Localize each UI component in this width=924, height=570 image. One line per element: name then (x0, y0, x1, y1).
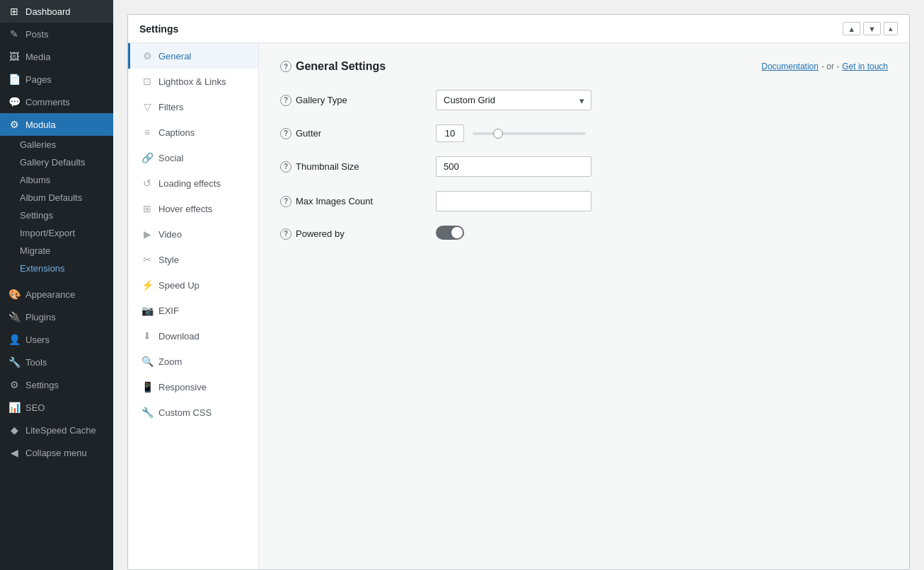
sidebar-item-media[interactable]: 🖼 Media (0, 45, 113, 68)
max-images-count-help[interactable]: ? (280, 196, 291, 207)
thumbnail-size-row: ? Thumbnail Size (280, 156, 888, 177)
tools-icon: 🔧 (8, 356, 20, 368)
settings-content: ? General Settings Documentation - or - … (259, 43, 909, 569)
gutter-slider[interactable] (473, 132, 586, 135)
nav-item-lightbox-links[interactable]: ⊡ Lightbox & Links (128, 69, 258, 94)
main-content: Settings ▲ ▼ ▴ ⚙ General ⊡ Lightbox & (113, 0, 924, 570)
submenu-settings[interactable]: Settings (0, 207, 113, 224)
nav-item-label: EXIF (158, 306, 179, 316)
nav-item-label: Video (158, 229, 182, 240)
download-icon: ⬇ (142, 330, 153, 342)
sidebar-item-plugins[interactable]: 🔌 Plugins (0, 306, 113, 328)
nav-item-custom-css[interactable]: 🔧 Custom CSS (128, 400, 258, 425)
settings-panel-title: Settings (139, 23, 178, 35)
nav-item-label: Lightbox & Links (158, 76, 226, 87)
sidebar-item-label: SEO (25, 402, 45, 413)
users-icon: 👤 (8, 334, 20, 345)
submenu-albums[interactable]: Albums (0, 171, 113, 189)
modula-submenu: Galleries Gallery Defaults Albums Album … (0, 136, 113, 277)
nav-item-label: Custom CSS (158, 407, 212, 418)
header-controls: ▲ ▼ ▴ (843, 22, 898, 35)
thumbnail-size-control (436, 156, 888, 177)
general-icon: ⚙ (142, 50, 153, 62)
captions-icon: ≡ (142, 127, 153, 138)
settings-header: Settings ▲ ▼ ▴ (128, 15, 909, 43)
gutter-row: ? Gutter 10 (280, 124, 888, 142)
seo-icon: 📊 (8, 402, 20, 413)
section-title: ? General Settings (280, 60, 386, 73)
gutter-value: 10 (436, 124, 464, 142)
submenu-migrate[interactable]: Migrate (0, 242, 113, 260)
plugins-icon: 🔌 (8, 311, 20, 322)
gallery-type-select[interactable]: Custom Grid Masonry Slider Grid (436, 90, 591, 110)
get-in-touch-link[interactable]: Get in touch (842, 62, 888, 71)
sidebar-item-pages[interactable]: 📄 Pages (0, 68, 113, 91)
powered-by-help[interactable]: ? (280, 228, 291, 240)
powered-by-toggle[interactable] (436, 226, 464, 240)
thumbnail-size-help[interactable]: ? (280, 161, 291, 173)
nav-item-social[interactable]: 🔗 Social (128, 145, 258, 170)
nav-item-hover-effects[interactable]: ⊞ Hover effects (128, 196, 258, 221)
header-up-button[interactable]: ▲ (843, 22, 860, 35)
hover-effects-icon: ⊞ (142, 203, 153, 214)
sidebar-item-label: Appearance (25, 289, 75, 300)
sidebar-item-collapse[interactable]: ◀ Collapse menu (0, 441, 113, 464)
nav-item-label: Speed Up (158, 280, 200, 291)
nav-item-zoom[interactable]: 🔍 Zoom (128, 349, 258, 374)
responsive-icon: 📱 (142, 381, 153, 392)
sidebar-item-appearance[interactable]: 🎨 Appearance (0, 283, 113, 306)
nav-item-general[interactable]: ⚙ General (128, 43, 258, 69)
sidebar-item-modula[interactable]: ⚙ Modula (0, 113, 113, 136)
sidebar-item-seo[interactable]: 📊 SEO (0, 396, 113, 419)
nav-item-captions[interactable]: ≡ Captions (128, 120, 258, 145)
sidebar-item-tools[interactable]: 🔧 Tools (0, 351, 113, 373)
collapse-icon: ◀ (8, 447, 20, 458)
nav-item-responsive[interactable]: 📱 Responsive (128, 374, 258, 400)
nav-item-style[interactable]: ✂ Style (128, 247, 258, 272)
submenu-import-export[interactable]: Import/Export (0, 224, 113, 242)
settings-panel: Settings ▲ ▼ ▴ ⚙ General ⊡ Lightbox & (127, 14, 910, 570)
sidebar-item-litespeed[interactable]: ◆ LiteSpeed Cache (0, 419, 113, 441)
header-collapse-button[interactable]: ▴ (884, 22, 898, 35)
gutter-help[interactable]: ? (280, 128, 291, 139)
sidebar-item-dashboard[interactable]: ⊞ Dashboard (0, 0, 113, 23)
nav-item-download[interactable]: ⬇ Download (128, 323, 258, 349)
gutter-label: ? Gutter (280, 128, 436, 139)
header-down-button[interactable]: ▼ (863, 22, 881, 35)
header-links: Documentation - or - Get in touch (761, 62, 888, 71)
pages-icon: 📄 (8, 74, 20, 85)
sidebar-item-comments[interactable]: 💬 Comments (0, 91, 113, 113)
nav-item-label: Hover effects (158, 204, 212, 214)
nav-item-label: Social (158, 153, 183, 163)
sidebar-item-users[interactable]: 👤 Users (0, 328, 113, 351)
sidebar-item-label: Dashboard (25, 6, 71, 17)
video-icon: ▶ (142, 228, 153, 240)
max-images-count-input[interactable] (436, 191, 591, 211)
gallery-type-select-wrapper: Custom Grid Masonry Slider Grid ▾ (436, 90, 591, 110)
nav-item-label: Zoom (158, 356, 182, 367)
submenu-gallery-defaults[interactable]: Gallery Defaults (0, 153, 113, 171)
nav-item-filters[interactable]: ▽ Filters (128, 94, 258, 120)
submenu-extensions[interactable]: Extensions (0, 260, 113, 277)
thumbnail-size-input[interactable] (436, 156, 591, 177)
gutter-control: 10 (436, 124, 888, 142)
social-icon: 🔗 (142, 152, 153, 163)
nav-item-loading-effects[interactable]: ↺ Loading effects (128, 170, 258, 196)
nav-item-label: Download (158, 331, 200, 342)
submenu-album-defaults[interactable]: Album Defaults (0, 189, 113, 207)
nav-item-exif[interactable]: 📷 EXIF (128, 298, 258, 323)
comments-icon: 💬 (8, 96, 20, 107)
gallery-type-help[interactable]: ? (280, 95, 291, 106)
sidebar-item-posts[interactable]: ✎ Posts (0, 23, 113, 45)
nav-item-video[interactable]: ▶ Video (128, 221, 258, 247)
documentation-link[interactable]: Documentation (761, 62, 819, 71)
sidebar-item-label: Pages (25, 74, 52, 85)
lightbox-icon: ⊡ (142, 76, 153, 87)
sidebar-item-settings-main[interactable]: ⚙ Settings (0, 373, 113, 396)
custom-css-icon: 🔧 (142, 407, 153, 418)
section-help-icon[interactable]: ? (280, 61, 291, 72)
nav-item-speed-up[interactable]: ⚡ Speed Up (128, 272, 258, 298)
style-icon: ✂ (142, 254, 153, 265)
appearance-icon: 🎨 (8, 289, 20, 300)
submenu-galleries[interactable]: Galleries (0, 136, 113, 153)
